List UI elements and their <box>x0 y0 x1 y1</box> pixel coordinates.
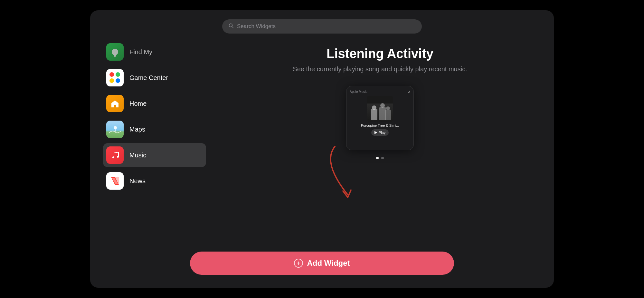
album-art <box>367 96 393 122</box>
pagination-dot-2[interactable] <box>381 157 384 159</box>
home-label: Home <box>129 100 147 107</box>
svg-point-5 <box>117 156 119 158</box>
pagination-dot-1[interactable] <box>376 157 379 159</box>
play-triangle-icon <box>374 131 377 134</box>
news-label: News <box>129 177 146 185</box>
music-app-icon <box>106 146 124 164</box>
song-title: Porcupine Tree & Simi... <box>346 122 413 128</box>
gc-circles <box>109 72 120 83</box>
search-bar[interactable]: Search Widgets <box>222 19 422 34</box>
widget-title: Listening Activity <box>327 46 433 61</box>
sidebar: Find My Game Center <box>90 40 206 245</box>
search-icon <box>229 23 234 30</box>
search-bar-container: Search Widgets <box>90 10 554 40</box>
person2-silhouette <box>379 107 386 120</box>
pagination-dots <box>376 157 384 159</box>
gamecenter-label: Game Center <box>129 74 168 82</box>
add-widget-label: Add Widget <box>307 259 350 268</box>
play-label: Play <box>379 131 385 134</box>
gc-circle-yellow <box>109 78 114 83</box>
main-content-area: Listening Activity See the currently pla… <box>206 40 554 245</box>
sidebar-item-findmy[interactable]: Find My <box>103 40 206 64</box>
svg-point-3 <box>114 126 117 129</box>
add-widget-section: + Add Widget <box>90 245 554 288</box>
sidebar-item-gamecenter[interactable]: Game Center <box>103 66 206 90</box>
play-button[interactable]: Play <box>371 129 389 136</box>
search-placeholder: Search Widgets <box>237 23 276 30</box>
findmy-dot <box>112 49 118 55</box>
svg-rect-2 <box>106 121 124 138</box>
sidebar-item-music[interactable]: Music <box>103 143 206 167</box>
body-area: Find My Game Center <box>90 40 554 245</box>
arrow-container <box>316 143 380 203</box>
maps-label: Maps <box>129 126 145 133</box>
band-photo <box>367 96 393 122</box>
svg-line-1 <box>232 27 233 28</box>
home-app-icon <box>106 95 124 112</box>
gc-circle-green <box>116 72 120 77</box>
sidebar-item-news[interactable]: News <box>103 169 206 193</box>
music-label: Music <box>129 152 146 159</box>
gamecenter-app-icon <box>106 69 124 86</box>
findmy-app-icon <box>106 43 124 61</box>
arrow-svg <box>316 143 380 201</box>
gc-circle-red <box>109 72 114 77</box>
widget-preview-card: Apple Music ♪ Porcupine Tree & Simi... P… <box>346 86 414 150</box>
sidebar-item-home[interactable]: Home <box>103 92 206 115</box>
widget-header: Apple Music ♪ <box>346 86 413 96</box>
gc-circle-blue <box>116 78 120 83</box>
findmy-label: Find My <box>129 48 152 56</box>
svg-point-4 <box>112 156 114 158</box>
person1-silhouette <box>371 109 377 120</box>
news-app-icon <box>106 172 124 190</box>
music-note-icon: ♪ <box>408 89 410 94</box>
widget-description: See the currently playing song and quick… <box>293 65 467 73</box>
add-widget-button[interactable]: + Add Widget <box>190 252 454 275</box>
person3-silhouette <box>385 110 391 120</box>
apple-music-label: Apple Music <box>350 90 367 94</box>
maps-app-icon <box>106 121 124 138</box>
plus-circle-icon: + <box>294 259 303 268</box>
sidebar-item-maps[interactable]: Maps <box>103 117 206 141</box>
main-container: Search Widgets Find My <box>90 10 554 288</box>
